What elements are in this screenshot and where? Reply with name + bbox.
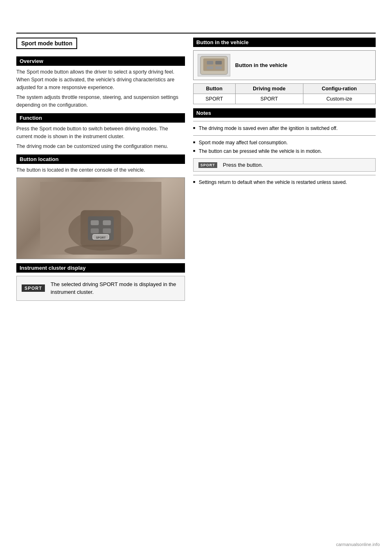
svg-rect-13 [207, 61, 213, 65]
left-column: Sport mode button Overview The Sport mod… [16, 34, 185, 304]
divider2 [193, 135, 376, 136]
note2: Sport mode may affect fuel consumption. [193, 139, 376, 146]
vehicle-icon-svg [200, 56, 228, 75]
interior-photo: SPORT [16, 177, 185, 259]
svg-rect-16 [215, 66, 222, 69]
svg-rect-7 [102, 228, 111, 233]
svg-rect-12 [203, 58, 225, 71]
svg-rect-5 [102, 220, 111, 225]
section1-body2: The system adjusts throttle response, st… [16, 94, 185, 109]
section3-body1: The button is located in the center cons… [16, 166, 185, 174]
vehicle-button-box: Button in the vehicle [193, 50, 376, 80]
section4-header: Instrument cluster display [16, 263, 185, 273]
footer-watermark: carmanualsonline.info [336, 542, 380, 547]
cluster-display-text: The selected driving SPORT mode is displ… [51, 280, 180, 296]
table-cell-button: SPORT [193, 94, 235, 104]
table-header-config: Configu-ration [303, 84, 375, 94]
svg-rect-4 [91, 220, 99, 225]
right-column: Button in the vehicle Button in the vehi… [193, 34, 376, 304]
table-row: SPORT SPORT Custom-ize [193, 94, 375, 104]
section3-header: Button location [16, 154, 185, 164]
interior-svg: SPORT [25, 182, 176, 255]
svg-rect-14 [215, 61, 222, 65]
sport-badge-left: SPORT [22, 284, 45, 292]
svg-text:SPORT: SPORT [96, 236, 106, 239]
table-header-button: Button [193, 84, 235, 94]
right-section1-header: Button in the vehicle [193, 38, 376, 47]
note4: Settings return to default when the vehi… [193, 179, 376, 186]
cluster-display-box: SPORT The selected driving SPORT mode is… [16, 276, 185, 301]
right-section2-header: Notes [193, 108, 376, 118]
vehicle-button-label: Button in the vehicle [235, 62, 287, 68]
note1: The driving mode is saved even after the… [193, 125, 376, 132]
note3: The button can be pressed while the vehi… [193, 148, 376, 155]
section1-header: Overview [16, 56, 185, 66]
section2-body2: The driving mode can be customized using… [16, 143, 185, 150]
main-heading: Sport mode button [16, 38, 77, 49]
sport-button-icon: SPORT [198, 162, 217, 168]
table-cell-mode: SPORT [235, 94, 303, 104]
vehicle-button-icon [198, 54, 230, 76]
page: Sport mode button Overview The Sport mod… [0, 0, 392, 555]
section2-body1: Press the Sport mode button to switch be… [16, 125, 185, 141]
divider1 [193, 121, 376, 121]
divider3 [193, 175, 376, 175]
section1-body1: The Sport mode button allows the driver … [16, 68, 185, 91]
svg-rect-15 [207, 66, 213, 69]
driving-mode-table: Button Driving mode Configu-ration SPORT… [193, 83, 376, 104]
svg-rect-6 [91, 228, 99, 233]
table-header-driving: Driving mode [235, 84, 303, 94]
table-cell-config: Custom-ize [303, 94, 375, 104]
press-text: Press the button. [223, 162, 263, 168]
main-layout: Sport mode button Overview The Sport mod… [16, 34, 376, 304]
press-button-box: SPORT Press the button. [193, 158, 376, 172]
section2-header: Function [16, 113, 185, 123]
